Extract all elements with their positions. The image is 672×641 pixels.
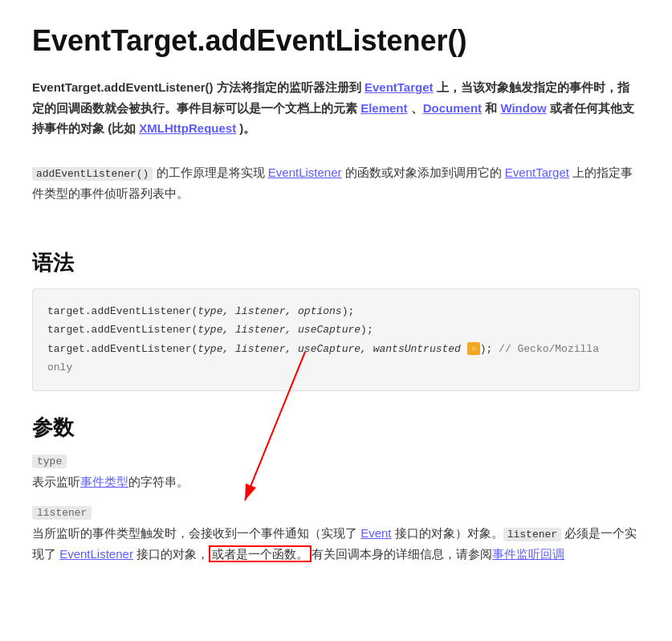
code-line-3: target.addEventListener(type, listener, … — [47, 340, 625, 378]
param-type-desc: 表示监听事件类型的字符串。 — [32, 472, 640, 492]
section-params-heading: 参数 — [32, 414, 640, 442]
param-listener-name: listener — [32, 506, 92, 520]
intro-paragraph-1: EventTarget.addEventListener() 方法将指定的监听器… — [32, 77, 640, 139]
link-eventtarget-1[interactable]: EventTarget — [365, 80, 434, 94]
code-line-1: target.addEventListener(type, listener, … — [47, 302, 625, 320]
link-eventlistener-1[interactable]: EventListener — [268, 165, 342, 179]
link-event-type[interactable]: 事件类型 — [80, 475, 128, 488]
intro-paragraph-2: addEventListener() 的工作原理是将实现 EventListen… — [32, 162, 640, 204]
param-type-name: type — [32, 455, 67, 468]
link-event[interactable]: Event — [360, 526, 391, 540]
link-eventtarget-2[interactable]: EventTarget — [505, 165, 569, 179]
param-type-section: type 表示监听事件类型的字符串。 — [32, 453, 640, 492]
page-title: EventTarget.addEventListener() — [32, 24, 640, 58]
code-line-2: target.addEventListener(type, listener, … — [47, 320, 625, 339]
link-window[interactable]: Window — [500, 101, 546, 115]
warning-icon: ⚠ — [467, 342, 480, 355]
param-listener-section: listener 当所监听的事件类型触发时，会接收到一个事件通知（实现了 Eve… — [32, 504, 640, 565]
link-eventlistener-2[interactable]: EventListener — [59, 547, 133, 561]
intro-bold: EventTarget.addEventListener() — [32, 80, 214, 94]
link-document[interactable]: Document — [423, 101, 482, 115]
param-listener-desc: 当所监听的事件类型触发时，会接收到一个事件通知（实现了 Event 接口的对象）… — [32, 523, 640, 565]
link-event-callback[interactable]: 事件监听回调 — [492, 547, 564, 561]
syntax-code-block: target.addEventListener(type, listener, … — [32, 288, 640, 391]
highlight-function-text: 或者是一个函数。 — [209, 545, 312, 562]
link-element[interactable]: Element — [360, 101, 407, 115]
section-syntax-heading: 语法 — [32, 249, 640, 277]
inline-code-listener: listener — [503, 528, 561, 541]
link-xmlhttprequest[interactable]: XMLHttpRequest — [139, 121, 236, 135]
inline-code-addeventlistener: addEventListener() — [32, 167, 153, 181]
